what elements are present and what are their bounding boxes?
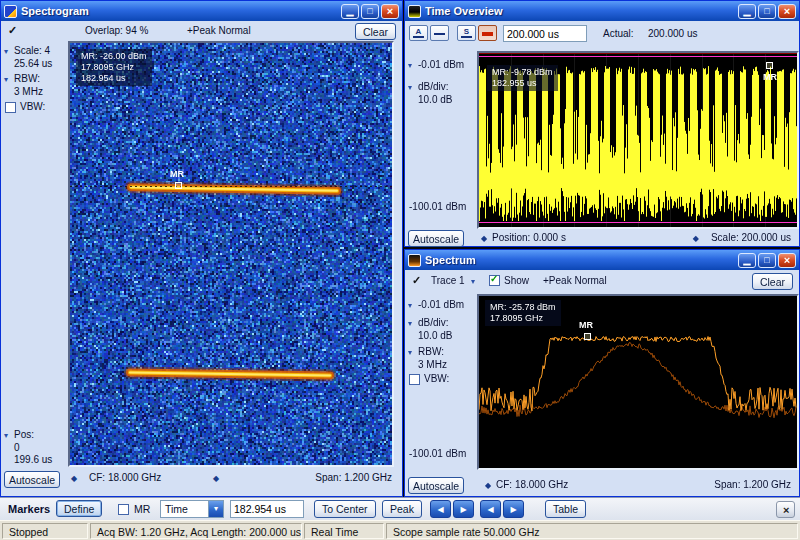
prev-peak-button[interactable]: ◀ — [430, 500, 451, 518]
vbw-checkbox[interactable] — [409, 374, 420, 385]
dbdiv-value[interactable]: 10.0 dB — [418, 330, 452, 341]
close-button[interactable]: × — [778, 4, 796, 19]
minimize-button[interactable]: ▁ — [738, 253, 756, 268]
peak-left-button[interactable]: ◀ — [480, 500, 501, 518]
peak-right-button[interactable]: ▶ — [503, 500, 524, 518]
readout-line: 17.8095 GHz — [81, 62, 147, 73]
show-checkbox[interactable]: ✓ — [489, 275, 500, 286]
time-overview-panel: Time Overview ▁ □ × A S Actual: 200.000 … — [404, 0, 800, 247]
spectrogram-marker-readout: MR: -26.00 dBm 17.8095 GHz 182.954 us — [76, 49, 152, 86]
rbw-value[interactable]: 3 MHz — [14, 86, 43, 97]
mr-marker-square[interactable] — [584, 333, 591, 340]
time-overview-titlebar[interactable]: Time Overview ▁ □ × — [405, 1, 799, 21]
sample-rate-info: Scope sample rate 50.000 GHz — [386, 523, 798, 539]
status-bar: Stopped Acq BW: 1.20 GHz, Acq Length: 20… — [0, 520, 800, 540]
readout-line: MR: -9.78 dBm — [492, 67, 553, 78]
mr-marker-square[interactable] — [175, 182, 182, 189]
time-overview-display[interactable]: MR: -9.78 dBm 182.955 us MR — [477, 51, 799, 229]
axis-marker-diamond-icon[interactable]: ◆ — [71, 474, 77, 483]
button-letter: S — [464, 28, 469, 35]
span-label[interactable]: Span: 1.200 GHz — [315, 472, 392, 483]
autoscale-button[interactable]: Autoscale — [4, 471, 60, 488]
span-label[interactable]: Span: 1.200 GHz — [714, 479, 791, 490]
spectrogram-title: Spectrogram — [21, 5, 341, 17]
marker-domain-select[interactable]: Time ▾ — [160, 500, 224, 518]
spectrogram-window-icon — [4, 5, 17, 18]
clear-button[interactable]: Clear — [355, 23, 396, 40]
readout-line: MR: -26.00 dBm — [81, 51, 147, 62]
combo-dropdown-arrow-icon[interactable]: ▾ — [208, 501, 223, 517]
window-buttons: ▁ □ × — [738, 253, 796, 268]
next-peak-button[interactable]: ▶ — [453, 500, 474, 518]
minimize-button[interactable]: ▁ — [738, 4, 756, 19]
mr-marker-label: MR — [170, 169, 184, 179]
line-icon — [434, 33, 445, 35]
close-button[interactable]: × — [381, 4, 399, 19]
table-button[interactable]: Table — [545, 500, 586, 518]
button-letter: A — [416, 28, 422, 35]
time-scale-label[interactable]: Scale: 200.000 us — [711, 232, 791, 243]
spectrogram-canvas[interactable] — [70, 43, 392, 465]
vbw-label: VBW: — [20, 101, 45, 112]
spectrum-titlebar[interactable]: Spectrum ▁ □ × — [405, 250, 799, 270]
detector-label: +Peak Normal — [543, 275, 607, 286]
pos-time-value: 199.6 us — [14, 454, 52, 465]
analysis-length-input[interactable] — [503, 25, 587, 42]
pos-value[interactable]: 0 — [14, 442, 20, 453]
chevron-down-icon[interactable]: ▾ — [408, 301, 412, 310]
chevron-down-icon[interactable]: ▾ — [408, 61, 412, 70]
markers-close-button[interactable]: × — [776, 501, 795, 518]
readout-line: 182.954 us — [81, 73, 147, 84]
spectrogram-display[interactable]: MR: -26.00 dBm 17.8095 GHz 182.954 us MR — [68, 41, 394, 467]
time-overview-window-icon — [408, 5, 421, 18]
chevron-down-icon[interactable]: ▾ — [4, 75, 8, 84]
chevron-down-icon[interactable]: ▾ — [408, 319, 412, 328]
rbw-value[interactable]: 3 MHz — [418, 359, 447, 370]
chevron-down-icon[interactable]: ▾ — [4, 431, 8, 440]
markers-toolbar: Markers Define MR Time ▾ To Center Peak … — [0, 497, 800, 520]
autoscale-button[interactable]: Autoscale — [408, 477, 464, 494]
marker-enable-checkbox[interactable] — [118, 504, 129, 515]
maximize-button[interactable]: □ — [758, 253, 776, 268]
scale-label[interactable]: Scale: 4 — [14, 45, 50, 56]
spectrogram-titlebar[interactable]: Spectrogram ▁ □ × — [1, 1, 402, 21]
chevron-down-icon[interactable]: ▾ — [4, 47, 8, 56]
analysis-marker-a-button[interactable]: A — [409, 25, 428, 41]
clear-button[interactable]: Clear — [752, 273, 793, 290]
define-button[interactable]: Define — [56, 500, 102, 517]
maximize-button[interactable]: □ — [361, 4, 379, 19]
minimize-button[interactable]: ▁ — [341, 4, 359, 19]
marker-position-input[interactable] — [230, 500, 304, 518]
top-level-label[interactable]: -0.01 dBm — [418, 59, 464, 70]
cf-label[interactable]: CF: 18.000 GHz — [496, 479, 568, 490]
maximize-button[interactable]: □ — [758, 4, 776, 19]
chevron-down-icon[interactable]: ▾ — [408, 348, 412, 357]
readout-line: 182.955 us — [492, 78, 553, 89]
analyzer-application-window: Spectrogram ▁ □ × ✓ Overlap: 94 % +Peak … — [0, 0, 800, 540]
spectrum-header-row: ✓ Trace 1 ▾ ✓ Show +Peak Normal Clear — [405, 272, 799, 292]
close-button[interactable]: × — [778, 253, 796, 268]
spectrum-length-red-button[interactable] — [478, 25, 497, 41]
to-center-button[interactable]: To Center — [314, 500, 376, 518]
top-level-label[interactable]: -0.01 dBm — [418, 299, 464, 310]
dbdiv-label: dB/div: — [418, 81, 449, 92]
spectrogram-header-row: ✓ Overlap: 94 % +Peak Normal Clear — [1, 21, 402, 41]
cf-label[interactable]: CF: 18.000 GHz — [89, 472, 161, 483]
axis-marker-diamond-icon[interactable]: ◆ — [213, 474, 219, 483]
mr-marker-square[interactable] — [766, 62, 773, 69]
vbw-label: VBW: — [424, 373, 449, 384]
spectrum-display[interactable]: MR: -25.78 dBm 17.8095 GHz MR — [477, 294, 799, 470]
position-label[interactable]: Position: 0.000 s — [492, 232, 566, 243]
dbdiv-value[interactable]: 10.0 dB — [418, 94, 452, 105]
vbw-checkbox[interactable] — [5, 102, 16, 113]
red-line-icon — [482, 32, 493, 36]
peak-button[interactable]: Peak — [382, 500, 422, 518]
trace-dropdown-arrow-icon[interactable]: ▾ — [471, 277, 475, 286]
chevron-down-icon[interactable]: ▾ — [408, 83, 412, 92]
line-icon — [413, 36, 424, 38]
autoscale-button[interactable]: Autoscale — [408, 230, 464, 247]
analysis-line-button[interactable] — [430, 25, 449, 41]
position-diamond-icon: ◆ — [481, 234, 487, 243]
spectrum-marker-s-button[interactable]: S — [457, 25, 476, 41]
trace-select-label[interactable]: Trace 1 — [431, 275, 465, 286]
